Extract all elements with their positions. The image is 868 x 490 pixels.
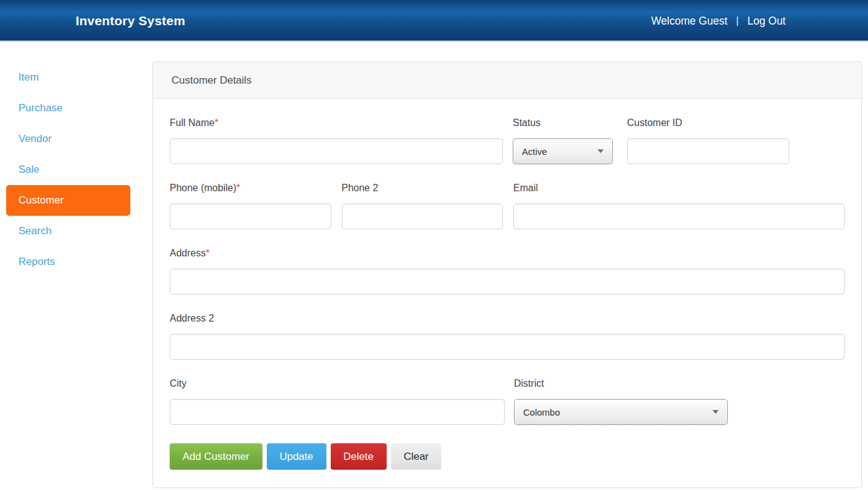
delete-button[interactable]: Delete <box>331 443 387 470</box>
address-input[interactable] <box>170 269 845 294</box>
page: Inventory System Welcome Guest | Log Out… <box>0 0 868 490</box>
phone2-field-group: Phone 2 <box>342 181 503 229</box>
form-actions: Add Customer Update Delete Clear <box>170 443 845 470</box>
app-header: Inventory System Welcome Guest | Log Out <box>0 0 868 42</box>
phone-mobile-label: Phone (mobile)* <box>170 181 331 195</box>
customer-id-input[interactable] <box>627 138 789 164</box>
sidebar-item-sale[interactable]: Sale <box>6 154 130 185</box>
address-label: Address* <box>170 247 845 260</box>
address-field-group: Address* <box>170 247 845 294</box>
welcome-text: Welcome Guest <box>651 15 727 28</box>
city-label: City <box>170 377 505 390</box>
sidebar-item-vendor[interactable]: Vendor <box>6 124 130 154</box>
chevron-down-icon <box>598 149 604 153</box>
district-field-group: District Colombo <box>514 377 728 425</box>
sidebar-item-reports[interactable]: Reports <box>6 247 130 277</box>
customer-id-label: Customer ID <box>627 116 789 130</box>
address2-label: Address 2 <box>170 312 845 325</box>
status-select[interactable]: Active <box>513 138 613 164</box>
sidebar-item-customer[interactable]: Customer <box>6 185 130 216</box>
status-selected-value: Active <box>522 146 547 157</box>
status-field-group: Status Active <box>513 116 613 164</box>
customer-form: Full Name* Status Active Customer ID <box>153 116 861 470</box>
header-user-area: Welcome Guest | Log Out <box>651 0 786 42</box>
email-field-group: Email <box>513 181 845 229</box>
required-asterisk: * <box>215 117 218 128</box>
form-row-1: Full Name* Status Active Customer ID <box>170 116 845 164</box>
chevron-down-icon <box>712 410 719 414</box>
add-customer-button[interactable]: Add Customer <box>170 443 262 470</box>
email-label: Email <box>513 181 845 195</box>
district-selected-value: Colombo <box>523 407 560 417</box>
full-name-input[interactable] <box>170 138 503 164</box>
sidebar-item-search[interactable]: Search <box>6 216 130 247</box>
clear-button[interactable]: Clear <box>391 443 442 470</box>
phone2-label: Phone 2 <box>342 181 503 195</box>
district-select[interactable]: Colombo <box>514 399 728 425</box>
header-separator: | <box>736 15 738 27</box>
sidebar-nav: Item Purchase Vendor Sale Customer Searc… <box>6 62 130 277</box>
panel-title: Customer Details <box>153 62 861 99</box>
form-row-5: City District Colombo <box>170 377 845 425</box>
required-asterisk: * <box>237 183 240 193</box>
phone2-input[interactable] <box>342 204 503 229</box>
address2-input[interactable] <box>170 334 845 360</box>
logout-link[interactable]: Log Out <box>748 15 786 28</box>
sidebar-item-item[interactable]: Item <box>6 62 130 93</box>
customer-details-panel: Customer Details Full Name* Status Activ… <box>152 61 862 488</box>
district-label: District <box>514 377 728 390</box>
form-row-2: Phone (mobile)* Phone 2 Email <box>170 181 845 229</box>
app-title: Inventory System <box>76 0 185 42</box>
email-input[interactable] <box>513 204 845 229</box>
phone-mobile-field-group: Phone (mobile)* <box>170 181 331 229</box>
city-input[interactable] <box>170 399 505 425</box>
status-label: Status <box>513 116 613 130</box>
form-row-4: Address 2 <box>170 312 845 360</box>
form-row-3: Address* <box>170 247 845 294</box>
required-asterisk: * <box>206 248 210 258</box>
phone-mobile-input[interactable] <box>170 204 331 229</box>
sidebar-item-purchase[interactable]: Purchase <box>6 93 130 124</box>
address2-field-group: Address 2 <box>170 312 845 360</box>
full-name-label: Full Name* <box>170 116 503 130</box>
full-name-field-group: Full Name* <box>170 116 503 164</box>
customer-id-field-group: Customer ID <box>627 116 789 164</box>
city-field-group: City <box>170 377 505 425</box>
update-button[interactable]: Update <box>267 443 326 470</box>
